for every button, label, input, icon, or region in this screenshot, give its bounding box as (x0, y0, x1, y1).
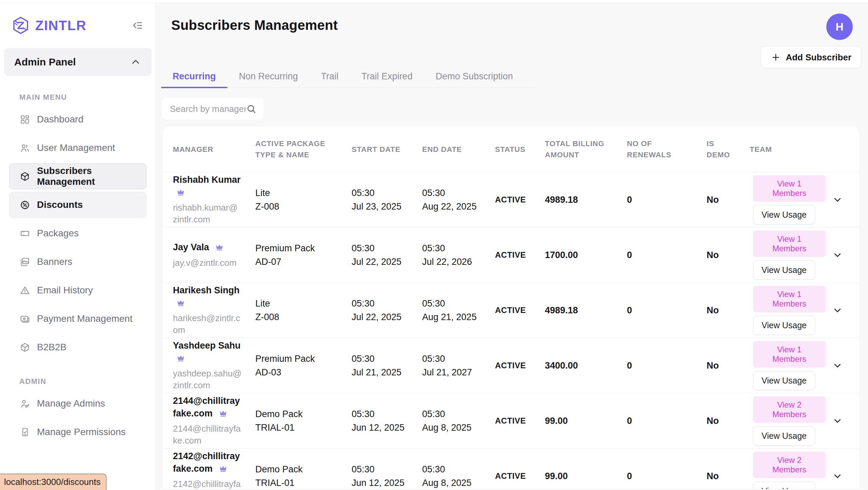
package-cell: Demo PackTRIAL-01 (255, 408, 352, 434)
sidebar-item-b2b2b[interactable]: B2B2B (9, 334, 146, 360)
column-header-active-package-type-name: ACTIVE PACKAGE TYPE & NAME (255, 138, 352, 160)
sidebar-item-email-history[interactable]: Email History (9, 277, 146, 303)
end-date: Jul 22, 2026 (422, 256, 490, 268)
package-type: Lite (255, 297, 347, 310)
view-usage-button[interactable]: View Usage (753, 260, 815, 280)
view-usage-button[interactable]: View Usage (753, 316, 815, 335)
tab-demo-subscription[interactable]: Demo Subscription (424, 65, 525, 87)
expand-row-button[interactable] (832, 305, 843, 316)
tab-recurring[interactable]: Recurring (161, 65, 228, 87)
chevron-down-icon (832, 360, 843, 371)
sidebar-item-banners[interactable]: Banners (9, 249, 146, 275)
is-demo-cell: No (707, 304, 750, 316)
view-members-button[interactable]: View 1 Members (753, 231, 826, 257)
renewals-cell: 0 (627, 194, 707, 206)
start-date-cell: 05:30Jul 22, 2025 (352, 297, 422, 324)
chevron-down-icon (832, 470, 843, 482)
chevron-down-icon (832, 249, 843, 261)
row-actions-cell (830, 415, 849, 427)
package-cell: LiteZ-008 (255, 187, 352, 213)
expand-row-button[interactable] (832, 470, 843, 482)
manager-email: 2144@chillitrayfake.com (173, 423, 242, 447)
is-demo-cell: No (707, 194, 750, 206)
table-row: Jay Vala jay.v@zintlr.comPremium PackAD-… (163, 227, 859, 282)
table-row: Harikesh Singh harikesh@zintlr.comLiteZ-… (163, 282, 859, 338)
manager-name: Jay Vala (173, 241, 242, 255)
manager-email: rishabh.kumar@zintlr.com (173, 202, 242, 226)
admin-panel-dropdown[interactable]: Admin Panel (4, 48, 152, 76)
sidebar-item-manage-admins[interactable]: Manage Admins (9, 391, 146, 416)
sidebar-item-payment-management[interactable]: Payment Management (9, 306, 146, 332)
sidebar-collapse-button[interactable] (129, 18, 144, 33)
expand-row-button[interactable] (832, 194, 843, 205)
row-actions-cell (830, 249, 849, 261)
package-code: Z-008 (255, 311, 347, 323)
sidebar-item-manage-permissions[interactable]: Manage Permissions (9, 419, 146, 445)
table-row: Yashdeep Sahu yashdeep.sahu@zintlr.comPr… (163, 338, 859, 393)
sidebar-item-label: Manage Permissions (37, 427, 125, 437)
admin-user-key-icon (20, 398, 30, 409)
expand-row-button[interactable] (832, 360, 843, 371)
manager-name: 2144@chillitrayfake.com (173, 395, 242, 422)
total-billing-cell: 1700.00 (545, 249, 627, 261)
view-usage-button[interactable]: View Usage (753, 426, 815, 446)
end-date-cell: 05:30Aug 8, 2025 (422, 463, 495, 489)
view-usage-button[interactable]: View Usage (753, 482, 815, 489)
sidebar-item-packages[interactable]: Packages (9, 220, 146, 246)
start-date: Jul 22, 2025 (352, 256, 417, 268)
crown-icon (176, 188, 186, 200)
manager-cell: 2144@chillitrayfake.com 2144@chillitrayf… (173, 395, 255, 447)
tab-trail-expired[interactable]: Trail Expired (350, 65, 424, 87)
view-members-button[interactable]: View 1 Members (753, 286, 826, 312)
view-usage-button[interactable]: View Usage (753, 371, 815, 390)
search-icon[interactable] (246, 103, 257, 114)
package-cell: LiteZ-008 (255, 297, 352, 324)
manager-name: Rishabh Kumar (173, 174, 242, 200)
end-time: 05:30 (422, 187, 490, 199)
column-header-no-of-renewals: NO OF RENEWALS (627, 138, 707, 160)
table-row: Rishabh Kumar rishabh.kumar@zintlr.comLi… (163, 172, 859, 227)
row-actions-cell (830, 360, 849, 371)
package-code: AD-07 (255, 256, 347, 268)
expand-row-button[interactable] (832, 249, 843, 261)
manager-email: yashdeep.sahu@zintlr.com (173, 368, 242, 391)
alert-triangle-icon (20, 285, 30, 296)
manager-cell: Jay Vala jay.v@zintlr.com (173, 241, 255, 269)
search-input[interactable] (170, 104, 246, 114)
sidebar-menu: MAIN MENUDashboardUser ManagementSubscri… (0, 93, 156, 445)
sidebar-item-label: Packages (37, 228, 79, 239)
payment-wallet-icon (20, 314, 30, 324)
add-subscriber-button[interactable]: Add Subscriber (761, 46, 861, 68)
column-header-status: STATUS (495, 144, 545, 155)
sidebar-item-discounts[interactable]: Discounts (9, 192, 146, 218)
subscribers-table: MANAGERACTIVE PACKAGE TYPE & NAMESTART D… (163, 126, 859, 489)
sidebar-item-user-management[interactable]: User Management (9, 135, 146, 161)
sidebar-item-dashboard[interactable]: Dashboard (9, 106, 146, 132)
view-members-button[interactable]: View 2 Members (753, 396, 826, 423)
top-hairline (0, 0, 868, 3)
package-cell: Premium PackAD-03 (255, 353, 352, 379)
manager-cell: Rishabh Kumar rishabh.kumar@zintlr.com (173, 174, 255, 226)
view-members-button[interactable]: View 1 Members (753, 175, 826, 202)
tab-non-recurring[interactable]: Non Recurring (228, 65, 310, 87)
section-label-admin: ADMIN (19, 377, 146, 386)
app-root: ZINTLR Admin Panel MAIN MENUDashboardUse… (0, 0, 868, 490)
sidebar-item-label: Subscribers Management (37, 165, 139, 187)
cube-icon (20, 342, 30, 353)
sidebar-item-subscribers-management[interactable]: Subscribers Management (9, 163, 146, 189)
avatar[interactable]: H (826, 14, 853, 40)
view-usage-button[interactable]: View Usage (753, 205, 815, 224)
column-header-total-billing-amount: TOTAL BILLING AMOUNT (545, 138, 627, 160)
tab-label: Non Recurring (239, 71, 298, 82)
tab-trail[interactable]: Trail (310, 65, 350, 87)
view-members-button[interactable]: View 1 Members (753, 341, 826, 368)
brand-name: ZINTLR (35, 18, 86, 33)
end-date-cell: 05:30Aug 8, 2025 (422, 408, 495, 434)
total-billing-cell: 99.00 (545, 415, 627, 427)
view-members-button[interactable]: View 2 Members (753, 452, 826, 478)
team-cell: View 1 MembersView Usage (750, 286, 830, 335)
expand-row-button[interactable] (832, 415, 843, 427)
users-icon (20, 143, 30, 153)
is-demo-cell: No (707, 359, 750, 372)
page-title: Subscribers Management (171, 18, 859, 33)
